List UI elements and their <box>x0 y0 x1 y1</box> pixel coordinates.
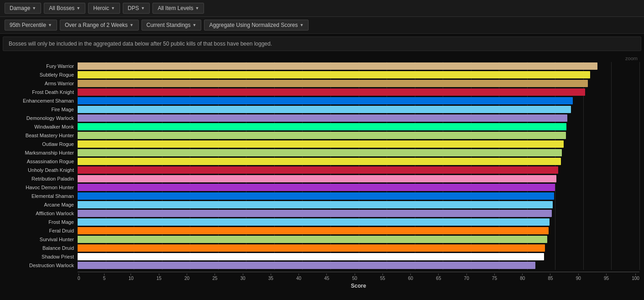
bar-label: Havoc Demon Hunter <box>5 183 78 191</box>
bar-label: Windwalker Monk <box>5 123 78 131</box>
bar-label: Frost Mage <box>5 218 78 226</box>
standings-dropdown[interactable]: Current Standings ▼ <box>141 20 202 31</box>
bar-fill <box>78 123 566 130</box>
bar-row <box>78 166 639 174</box>
bar-row <box>78 97 639 105</box>
item-levels-dropdown[interactable]: All Item Levels ▼ <box>152 3 204 14</box>
chart-container: zoom Fury WarriorSubtlety RogueArms Warr… <box>0 54 644 294</box>
chevron-down-icon: ▼ <box>195 6 199 10</box>
bar-label: Marksmanship Hunter <box>5 149 78 157</box>
bar-fill <box>78 244 545 252</box>
chevron-down-icon: ▼ <box>141 6 145 10</box>
bar-label: Enhancement Shaman <box>5 97 78 105</box>
bar-row <box>78 140 639 148</box>
x-tick: 40 <box>296 274 301 281</box>
bar-row <box>78 105 639 114</box>
x-tick: 20 <box>184 274 189 281</box>
bar-row <box>78 235 639 243</box>
bar-fill <box>78 71 590 78</box>
bar-label: Fury Warrior <box>5 62 78 70</box>
top-bar: Damage ▼ All Bosses ▼ Heroic ▼ DPS ▼ All… <box>0 0 644 17</box>
x-tick: 75 <box>492 274 497 281</box>
range-dropdown[interactable]: Over a Range of 2 Weeks ▼ <box>60 20 139 31</box>
bar-label: Fire Mage <box>5 105 78 114</box>
bar-fill <box>78 140 564 148</box>
bar-label: Arms Warrior <box>5 79 78 88</box>
x-tick: 45 <box>324 274 329 281</box>
bar-label: Demonology Warlock <box>5 114 78 122</box>
chevron-down-icon: ▼ <box>32 6 36 10</box>
bar-label: Retribution Paladin <box>5 175 78 183</box>
x-tick: 85 <box>548 274 553 281</box>
bar-label: Beast Mastery Hunter <box>5 131 78 140</box>
bar-row <box>78 175 639 183</box>
bar-label: Feral Druid <box>5 227 78 235</box>
range-label: Over a Range of 2 Weeks <box>65 22 128 28</box>
all-bosses-label: All Bosses <box>49 5 74 11</box>
notice-bar: Bosses will only be included in the aggr… <box>3 36 641 51</box>
aggregate-label: Aggregate Using Normalized Scores <box>209 22 298 28</box>
bar-label: Frost Death Knight <box>5 88 78 96</box>
x-tick: 70 <box>464 274 469 281</box>
heroic-label: Heroic <box>93 5 109 11</box>
bar-row <box>78 114 639 122</box>
x-tick: 5 <box>103 274 106 281</box>
aggregate-dropdown[interactable]: Aggregate Using Normalized Scores ▼ <box>204 20 309 31</box>
x-tick: 60 <box>408 274 413 281</box>
bar-fill <box>78 236 547 243</box>
x-axis-title: Score <box>5 283 639 289</box>
bar-label: Assassination Rogue <box>5 157 78 166</box>
standings-label: Current Standings <box>147 22 191 28</box>
bar-fill <box>78 106 571 113</box>
bar-fill <box>78 184 555 191</box>
x-tick: 10 <box>128 274 133 281</box>
bar-label: Elemental Shaman <box>5 192 78 200</box>
x-tick: 80 <box>520 274 525 281</box>
x-tick: 25 <box>212 274 217 281</box>
bar-fill <box>78 227 549 234</box>
bar-label: Survival Hunter <box>5 235 78 243</box>
bar-fill <box>78 62 597 70</box>
heroic-dropdown[interactable]: Heroic ▼ <box>88 3 120 14</box>
x-tick: 50 <box>352 274 357 281</box>
bar-row <box>78 88 639 96</box>
bar-row <box>78 253 639 261</box>
damage-label: Damage <box>10 5 30 11</box>
chevron-down-icon: ▼ <box>48 23 52 27</box>
damage-dropdown[interactable]: Damage ▼ <box>5 3 41 14</box>
chevron-down-icon: ▼ <box>193 23 197 27</box>
x-axis-ticks: 0510152025303540455055606570758085909510… <box>78 272 639 281</box>
x-tick: 35 <box>268 274 273 281</box>
x-tick: 65 <box>436 274 441 281</box>
bar-row <box>78 244 639 252</box>
bar-row <box>78 62 639 70</box>
dps-dropdown[interactable]: DPS ▼ <box>123 3 150 14</box>
x-tick: 90 <box>576 274 581 281</box>
bar-fill <box>78 114 567 122</box>
bar-fill <box>78 88 585 96</box>
bar-labels: Fury WarriorSubtlety RogueArms WarriorFr… <box>5 62 78 270</box>
bar-fill <box>78 149 562 156</box>
grid-line <box>639 62 640 270</box>
bar-row <box>78 227 639 235</box>
percentile-label: 95th Percentile <box>10 22 46 28</box>
bar-row <box>78 201 639 209</box>
item-levels-label: All Item Levels <box>157 5 193 11</box>
zoom-label: zoom <box>5 56 639 61</box>
chevron-down-icon: ▼ <box>76 6 80 10</box>
x-tick: 100 <box>632 274 639 281</box>
bar-fill <box>78 253 544 260</box>
bar-row <box>78 71 639 79</box>
chevron-down-icon: ▼ <box>111 6 115 10</box>
all-bosses-dropdown[interactable]: All Bosses ▼ <box>44 3 85 14</box>
bar-row <box>78 79 639 88</box>
chevron-down-icon: ▼ <box>130 23 134 27</box>
bar-fill <box>78 132 566 139</box>
chevron-down-icon: ▼ <box>300 23 304 27</box>
bar-row <box>78 123 639 131</box>
percentile-dropdown[interactable]: 95th Percentile ▼ <box>5 20 57 31</box>
bars-content <box>78 62 639 269</box>
bar-row <box>78 218 639 226</box>
bar-label: Subtlety Rogue <box>5 71 78 79</box>
bar-row <box>78 157 639 166</box>
